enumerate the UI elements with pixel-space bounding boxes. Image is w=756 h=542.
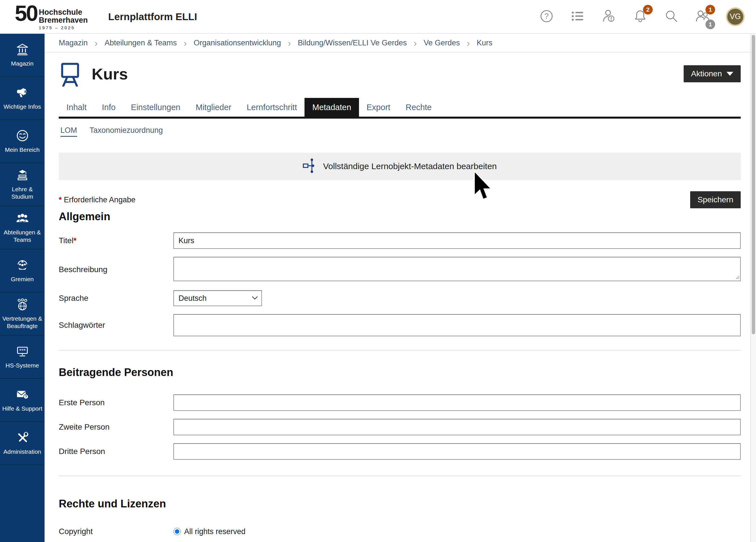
sidebar-item-mein-bereich[interactable]: Mein Bereich — [0, 120, 45, 163]
schlagwoerter-input[interactable] — [173, 314, 741, 336]
contacts-badge-top: 1 — [705, 5, 715, 14]
top-icon-group: ? 2 — [539, 7, 745, 26]
app-window: 50 Hochschule Bremerhaven 1975 – 2025 Le… — [0, 0, 756, 542]
scrollbar-thumb[interactable] — [752, 35, 755, 334]
vertical-scrollbar[interactable] — [750, 34, 756, 542]
breadcrumb-item[interactable]: Ve Gerdes — [424, 39, 460, 47]
list-icon — [571, 9, 585, 24]
section-divider — [59, 476, 741, 476]
svg-text:***: *** — [19, 348, 26, 353]
sidebar-item-administration[interactable]: Administration — [0, 422, 45, 465]
breadcrumb-separator: › — [288, 38, 291, 48]
field-row-zweite-person: Zweite Person — [59, 419, 741, 435]
save-button[interactable]: Speichern — [690, 191, 741, 208]
sidebar-item-label: Vertretungen & Beauftragte — [2, 315, 43, 330]
sidebar-item-label: Hilfe & Support — [2, 405, 42, 412]
tab-mitglieder[interactable]: Mitglieder — [188, 98, 239, 117]
edit-full-metadata-link[interactable]: Vollständige Lernobjekt-Metadaten bearbe… — [323, 161, 497, 171]
bank-building-icon — [16, 43, 29, 57]
subtab-lom[interactable]: LOM — [60, 126, 77, 137]
section-title-beitragende: Beitragende Personen — [59, 366, 741, 379]
breadcrumb: Magazin › Abteilungen & Teams › Organisa… — [45, 34, 750, 52]
logo-line2: Bremerhaven — [39, 16, 88, 24]
sidebar-item-wichtige-infos[interactable]: Wichtige Infos — [0, 77, 45, 120]
breadcrumb-separator: › — [467, 38, 470, 48]
form-toolbar: * Erforderliche Angabe Speichern — [59, 191, 741, 208]
contacts-button[interactable]: 1 1 — [695, 9, 711, 25]
awareness-button[interactable] — [601, 9, 617, 25]
breadcrumb-item[interactable]: Abteilungen & Teams — [104, 39, 177, 47]
sidebar-item-magazin[interactable]: Magazin — [0, 34, 45, 77]
breadcrumb-separator: › — [95, 38, 98, 48]
logo-years: 1975 – 2025 — [39, 25, 88, 30]
tab-export[interactable]: Export — [359, 98, 398, 117]
page-header: Kurs Aktionen — [59, 61, 741, 87]
logo-50-text: 50 — [15, 3, 37, 23]
section-title-rechte: Rechte und Lizenzen — [59, 498, 741, 510]
hochschule-bremerhaven-logo[interactable]: 50 Hochschule Bremerhaven 1975 – 2025 — [15, 3, 88, 30]
breadcrumb-separator: › — [414, 38, 417, 48]
user-avatar[interactable]: VG — [726, 7, 745, 26]
mail-question-icon: ? — [16, 388, 29, 402]
titel-label: Titel* — [59, 236, 173, 245]
smiley-icon — [16, 129, 29, 143]
page-title: Kurs — [92, 65, 128, 83]
dritte-person-input[interactable] — [173, 443, 741, 460]
beschreibung-textarea[interactable] — [173, 257, 741, 281]
section-divider — [59, 350, 741, 350]
main-menu-button[interactable] — [570, 9, 586, 25]
all-rights-reserved-radio[interactable] — [173, 528, 181, 535]
subtab-bar: LOM Taxonomiezuordnung — [59, 126, 741, 137]
tab-lernfortschritt[interactable]: Lernfortschritt — [239, 98, 305, 117]
notifications-button[interactable]: 2 — [632, 9, 648, 25]
zweite-person-label: Zweite Person — [59, 423, 173, 432]
help-button[interactable]: ? — [539, 9, 555, 25]
copyright-label: Copyright — [59, 527, 173, 536]
breadcrumb-separator: › — [184, 38, 187, 48]
actions-button[interactable]: Aktionen — [684, 65, 741, 82]
course-easel-icon — [59, 61, 83, 87]
erste-person-input[interactable] — [173, 394, 741, 411]
platform-title: Lernplattform ELLI — [108, 11, 197, 22]
tools-icon — [16, 431, 29, 445]
titel-input[interactable] — [173, 232, 741, 249]
megaphone-icon — [16, 86, 29, 100]
sidebar-item-label: Gremien — [11, 276, 34, 283]
assembly-icon — [16, 259, 29, 273]
tab-metadaten[interactable]: Metadaten — [305, 98, 359, 117]
tab-inhalt[interactable]: Inhalt — [59, 98, 94, 117]
sidebar-item-hilfe-support[interactable]: ? Hilfe & Support — [0, 379, 45, 422]
breadcrumb-item[interactable]: Kurs — [477, 39, 493, 47]
all-rights-reserved-label: All rights reserved — [184, 527, 245, 536]
sidebar-item-label: Wichtige Infos — [4, 103, 41, 110]
sidebar-nav: Magazin Wichtige Infos Mein Bereich Lehr… — [0, 34, 45, 542]
breadcrumb-item[interactable]: Bildung/Wissen/ELLI Ve Gerdes — [298, 39, 407, 47]
content: Kurs Aktionen Inhalt Info Einstellungen … — [45, 61, 750, 536]
subtab-taxonomiezuordnung[interactable]: Taxonomiezuordnung — [90, 126, 163, 137]
sidebar-item-label: Lehre & Studium — [2, 186, 43, 201]
sidebar-item-vertretungen-beauftragte[interactable]: Vertretungen & Beauftragte — [0, 293, 45, 336]
zweite-person-input[interactable] — [173, 419, 741, 435]
globe-people-icon — [16, 298, 29, 312]
tab-info[interactable]: Info — [94, 98, 123, 117]
sidebar-item-label: Administration — [3, 448, 41, 455]
sidebar-item-lehre-studium[interactable]: Lehre & Studium — [0, 163, 45, 206]
sidebar-item-label: HS-Systeme — [6, 362, 39, 369]
breadcrumb-item[interactable]: Organisationsentwicklung — [194, 39, 281, 47]
required-asterisk: * — [59, 196, 62, 204]
tab-rechte[interactable]: Rechte — [398, 98, 439, 117]
metadata-edit-banner: Vollständige Lernobjekt-Metadaten bearbe… — [59, 153, 741, 180]
sprache-select[interactable]: Deutsch — [173, 290, 262, 306]
svg-text:?: ? — [25, 395, 27, 399]
sidebar-item-abteilungen-teams[interactable]: Abteilungen & Teams — [0, 206, 45, 249]
sidebar-item-gremien[interactable]: Gremien — [0, 249, 45, 293]
contacts-badge-bottom: 1 — [705, 20, 715, 29]
sidebar-item-hs-systeme[interactable]: *** HS-Systeme — [0, 336, 45, 379]
resize-handle-icon[interactable] — [735, 275, 739, 280]
search-button[interactable] — [663, 9, 679, 25]
breadcrumb-item[interactable]: Magazin — [59, 39, 88, 47]
field-row-titel: Titel* — [59, 232, 741, 249]
sidebar-item-label: Mein Bereich — [5, 146, 40, 154]
tab-einstellungen[interactable]: Einstellungen — [123, 98, 188, 117]
svg-text:?: ? — [544, 12, 549, 20]
